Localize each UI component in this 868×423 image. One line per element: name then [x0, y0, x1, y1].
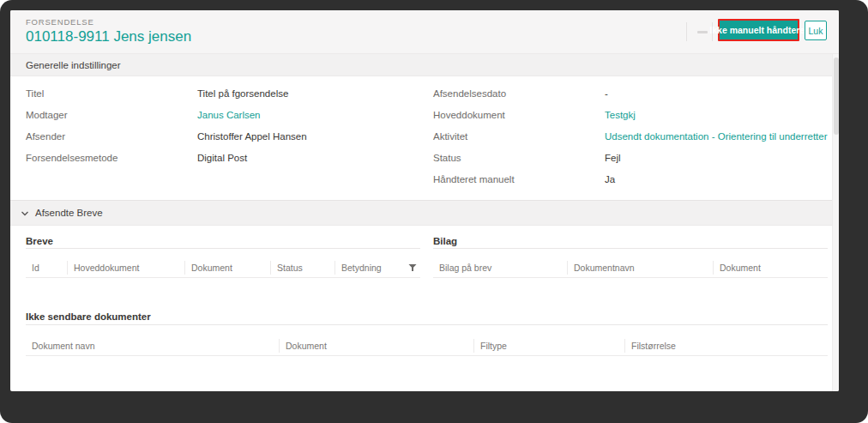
field-row-forsendelsesmetode: Forsendelsesmetode Digital Post [26, 147, 412, 168]
field-label: Modtager [26, 110, 197, 120]
header-divider [686, 22, 687, 41]
page-title: 010118-9911 Jens jensen [26, 28, 191, 45]
column-header-dokumentnavn[interactable]: Dokumentnavn [567, 261, 713, 275]
field-label: Afsendelsesdato [433, 88, 605, 99]
column-header-dokument[interactable]: Dokument [279, 339, 473, 353]
field-value: Titel på fgorsendelse [197, 88, 288, 99]
divider [26, 324, 828, 325]
field-column-right: Afsendelsesdato - Hoveddokument Testgkj … [433, 82, 832, 190]
chevron-down-icon [21, 209, 29, 218]
ikke-sendbare-group-title: Ikke sendbare dokumenter [26, 311, 151, 322]
modtager-link[interactable]: Janus Carlsen [197, 110, 261, 120]
column-header-dokument[interactable]: Dokument [184, 261, 270, 275]
bilag-table-header: Bilag på brev Dokumentnavn Dokument [433, 257, 828, 278]
field-label: Forsendelsesmetode [26, 153, 197, 163]
filter-icon[interactable] [408, 263, 420, 272]
field-value: Fejl [605, 153, 621, 163]
field-label: Titel [26, 88, 197, 99]
section-title: Afsendte Breve [35, 208, 103, 218]
bilag-group-title: Bilag [433, 236, 457, 246]
column-header-hoveddokument[interactable]: Hoveddokument [67, 261, 184, 275]
column-header-filstoerrelse[interactable]: Filstørrelse [624, 339, 828, 353]
divider [433, 248, 828, 249]
field-row-aktivitet: Aktivitet Udsendt dokumentation - Orient… [433, 125, 832, 147]
field-row-haandteret-manuelt: Håndteret manuelt Ja [433, 168, 832, 190]
breve-group-title: Breve [26, 236, 53, 246]
aktivitet-link[interactable]: Udsendt dokumentation - Orientering til … [605, 131, 828, 142]
breve-table-header: Id Hoveddokument Dokument Status Betydni… [26, 257, 420, 278]
column-header-bilag-paa-brev[interactable]: Bilag på brev [433, 261, 567, 275]
field-label: Afsender [26, 131, 197, 142]
field-row-titel: Titel Titel på fgorsendelse [26, 82, 412, 104]
section-afsendte-breve[interactable]: Afsendte Breve [10, 200, 832, 226]
field-row-status: Status Fejl [433, 147, 832, 168]
column-header-id[interactable]: Id [26, 261, 67, 275]
field-row-afsender: Afsender Christoffer Appel Hansen [26, 125, 412, 147]
scrollbar[interactable] [832, 54, 839, 391]
field-row-modtager: Modtager Janus Carlsen [26, 104, 412, 125]
more-commands-icon[interactable] [697, 31, 708, 33]
ikke-manuelt-haandteret-button[interactable]: Ikke manuelt håndteret [718, 19, 799, 41]
entity-kicker: FORSENDELSE [26, 17, 94, 27]
screenshot-stage: FORSENDELSE 010118-9911 Jens jensen Ikke… [0, 0, 868, 423]
field-label: Status [433, 153, 605, 163]
column-header-betydning[interactable]: Betydning [335, 261, 396, 275]
column-header-dokument[interactable]: Dokument [713, 261, 828, 275]
field-label: Aktivitet [433, 131, 605, 142]
section-generelle-indstillinger: Generelle indstillinger [10, 54, 832, 76]
field-value: - [605, 88, 608, 99]
dialog-header: FORSENDELSE 010118-9911 Jens jensen Ikke… [10, 10, 839, 54]
field-row-afsendelsesdato: Afsendelsesdato - [433, 82, 832, 104]
section-title: Generelle indstillinger [26, 60, 121, 70]
field-row-hoveddokument: Hoveddokument Testgkj [433, 104, 832, 125]
field-value: Christoffer Appel Hansen [197, 131, 307, 142]
column-header-status[interactable]: Status [270, 261, 335, 275]
field-value: Digital Post [197, 153, 247, 163]
hoveddokument-link[interactable]: Testgkj [605, 110, 636, 120]
field-column-left: Titel Titel på fgorsendelse Modtager Jan… [26, 82, 412, 168]
field-label: Hoveddokument [433, 110, 605, 120]
scrollbar-thumb[interactable] [834, 57, 839, 135]
divider [26, 248, 420, 249]
column-header-filtype[interactable]: Filtype [473, 339, 624, 353]
column-header-dokument-navn[interactable]: Dokument navn [26, 339, 279, 353]
ikke-sendbare-table-header: Dokument navn Dokument Filtype Filstørre… [26, 335, 828, 356]
field-label: Håndteret manuelt [433, 174, 605, 184]
forsendelse-dialog: FORSENDELSE 010118-9911 Jens jensen Ikke… [10, 10, 839, 391]
field-value: Ja [605, 174, 615, 184]
luk-button[interactable]: Luk [805, 21, 827, 40]
